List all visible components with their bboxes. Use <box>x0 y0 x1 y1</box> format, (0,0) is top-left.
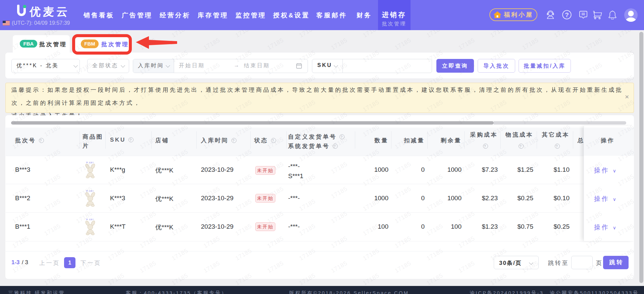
svg-text:U: U <box>86 190 88 192</box>
svg-text:优麦云: 优麦云 <box>89 190 94 192</box>
svg-text:U: U <box>86 218 88 220</box>
svg-text:优麦云: 优麦云 <box>89 218 94 221</box>
svg-text:优麦云: 优麦云 <box>89 161 94 164</box>
svg-text:U: U <box>86 161 88 163</box>
svg-text:?: ? <box>565 11 569 18</box>
